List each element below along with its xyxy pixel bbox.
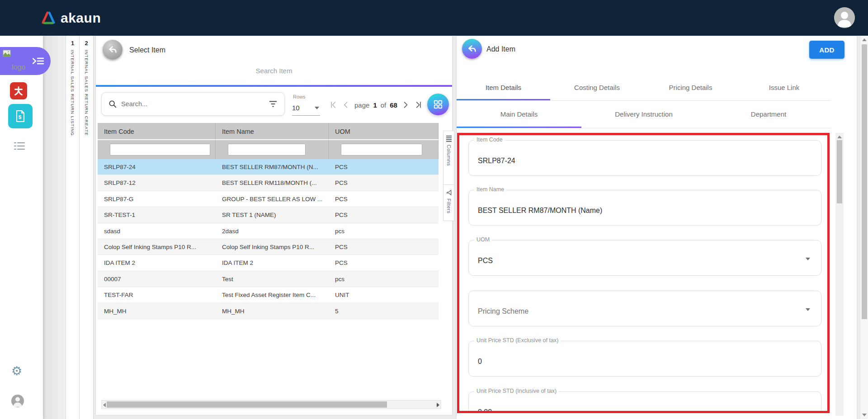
field-value-pricing-scheme: Pricing Scheme (478, 307, 528, 315)
app-root: akaun logo (0, 0, 868, 419)
cell-item-code: IDA ITEM 2 (98, 255, 216, 270)
form-field-unit-price-std-inclusive-of-tax[interactable]: Unit Price STD (Inclusive of tax)0.00 (468, 391, 821, 413)
add-item-back-button[interactable] (462, 39, 482, 59)
field-label-item-code: Item Code (474, 137, 505, 143)
filter-cell-uom (329, 140, 439, 159)
subtab-department[interactable]: Department (706, 104, 831, 126)
scroll-down-arrow-icon[interactable] (862, 414, 867, 416)
filter-cell-item-code (98, 140, 216, 159)
first-page-button[interactable] (328, 99, 339, 110)
prev-page-icon (342, 100, 351, 109)
table-row[interactable]: MH_MHMH_MH5 (98, 303, 439, 319)
workspace-tab-label: INTERNAL SALES RETURN LISTING (70, 50, 75, 136)
user-avatar[interactable] (834, 7, 855, 28)
table-row[interactable]: 00007Testpcs (98, 271, 439, 287)
workspace-tab-number: 1 (71, 40, 74, 47)
cell-item-code: SRLP87-24 (98, 159, 216, 174)
rows-per-page-select[interactable]: 10 (292, 102, 320, 116)
cell-item-code: SRLP87-G (98, 191, 216, 207)
page-scroll-thumb[interactable] (862, 44, 867, 319)
sidebar-app-sales-doc[interactable]: $ (8, 104, 33, 128)
cell-uom: PCS (329, 191, 439, 207)
form-scroll-thumb[interactable] (837, 140, 842, 203)
cell-item-code: 00007 (98, 271, 216, 287)
cell-uom: PCS (329, 159, 439, 174)
table-row[interactable]: TEST-FARTest Fixed Asset Register Item C… (98, 287, 439, 303)
columns-strip-label: Columns (446, 145, 452, 166)
table-row[interactable]: Colop Self Inking Stamps P10 R...Colop S… (98, 239, 439, 255)
table-row[interactable]: SRLP87-12BEST SELLER RM118/MONTH (...PCS (98, 175, 439, 191)
table-row[interactable]: SR-TEST-1SR TEST 1 (NAME)PCS (98, 207, 439, 223)
scroll-up-arrow-icon[interactable] (837, 136, 842, 138)
table-row[interactable]: SRLP87-24BEST SELLER RM87/MONTH (N...PCS (98, 159, 439, 175)
form-field-unit-price-std-exclusive-of-tax[interactable]: Unit Price STD (Exclusive of tax)0 (468, 341, 821, 377)
item-name-filter-input[interactable] (228, 144, 306, 155)
filter-list-icon[interactable] (268, 99, 278, 108)
uom-filter-input[interactable] (341, 144, 422, 155)
form-field-item-name[interactable]: Item NameBEST SELLER RM87/MONTH (Name) (468, 190, 821, 226)
cell-uom: PCS (329, 255, 439, 270)
table-horizontal-scrollbar (101, 400, 441, 409)
pagination: page 1 of 68 (328, 99, 424, 111)
sidebar-app-red[interactable] (10, 82, 27, 99)
cell-item-name: MH_MH (216, 303, 329, 319)
next-page-icon (401, 100, 410, 109)
scroll-up-arrow-icon[interactable] (862, 38, 867, 41)
cell-item-name: Colop Self Inking Stamps P10 R... (216, 239, 329, 254)
cell-item-name: Test (216, 271, 329, 287)
tab-issue-link[interactable]: Issue Link (737, 77, 831, 100)
subtab-main-details[interactable]: Main Details (457, 104, 581, 126)
brand-logo[interactable]: akaun (41, 10, 101, 26)
filter-cell-item-name (216, 140, 329, 159)
grid-view-button[interactable] (427, 94, 449, 115)
workspace-tab-internal-sales-return-create[interactable]: 2INTERNAL SALES RETURN CREATE (80, 36, 94, 419)
sidebar-user-icon[interactable] (11, 394, 24, 408)
field-label-unit-price-std-inclusive-of-tax: Unit Price STD (Inclusive of tax) (474, 388, 559, 394)
workspace-tab-number: 2 (85, 40, 88, 47)
search-item-tab[interactable]: Search Item (96, 67, 452, 75)
tab-costing-details[interactable]: Costing Details (550, 77, 644, 100)
filters-strip-label: Filters (446, 198, 452, 213)
add-button[interactable]: ADD (809, 41, 844, 59)
expand-sidebar-icon[interactable] (32, 56, 44, 66)
cell-uom: 5 (329, 303, 439, 319)
first-page-icon (329, 100, 338, 109)
workspace-tab-internal-sales-return-listing[interactable]: 1INTERNAL SALES RETURN LISTING (66, 36, 80, 419)
settings-gear-icon[interactable]: ⚙ (11, 364, 22, 378)
active-tab-indicator (96, 85, 452, 87)
table-row[interactable]: IDA ITEM 2IDA ITEM 2PCS (98, 255, 439, 271)
item-code-filter-input[interactable] (110, 144, 210, 155)
tab-item-details[interactable]: Item Details (457, 77, 550, 100)
cell-item-code: SR-TEST-1 (98, 207, 216, 222)
column-header-item-code: Item Code (98, 123, 216, 140)
search-input[interactable] (121, 100, 268, 108)
form-field-item-code[interactable]: Item CodeSRLP87-24 (468, 140, 821, 176)
form-field-uom[interactable]: UOMPCS (468, 240, 821, 276)
form-field-pricing-scheme[interactable]: Pricing Scheme (468, 291, 821, 326)
brand-name: akaun (61, 10, 101, 26)
sales-document-icon: $ (14, 109, 26, 123)
prev-page-button[interactable] (341, 99, 352, 110)
field-value-unit-price-std-inclusive-of-tax: 0.00 (478, 408, 492, 413)
table-row[interactable]: sdasd2dasdpcs (98, 223, 439, 239)
select-item-title: Select Item (129, 46, 165, 54)
table-filter-row (98, 140, 439, 159)
item-search-bar (101, 92, 285, 116)
workspace-tab-label: INTERNAL SALES RETURN CREATE (84, 50, 89, 136)
horizontal-scroll-thumb[interactable] (107, 401, 387, 408)
rows-per-page-label: Rows (293, 94, 306, 99)
column-header-item-name: Item Name (216, 123, 329, 140)
subtab-delivery-instruction[interactable]: Delivery Instruction (581, 104, 706, 126)
tab-pricing-details[interactable]: Pricing Details (644, 77, 737, 100)
sidebar-logo-pill[interactable]: logo (0, 47, 51, 75)
columns-strip-tab[interactable]: Columns (443, 131, 454, 184)
page-word: page (354, 101, 369, 109)
select-item-back-button[interactable] (103, 40, 123, 60)
table-row[interactable]: SRLP87-GGROUP - BEST SELLER AS LOW ...PC… (98, 191, 439, 207)
filters-strip-tab[interactable]: Filters (443, 184, 454, 221)
sidebar-list-menu[interactable] (14, 141, 25, 151)
last-page-button[interactable] (413, 99, 424, 110)
scroll-left-arrow-icon[interactable] (103, 403, 106, 407)
next-page-button[interactable] (400, 99, 411, 110)
scroll-right-arrow-icon[interactable] (437, 403, 439, 407)
